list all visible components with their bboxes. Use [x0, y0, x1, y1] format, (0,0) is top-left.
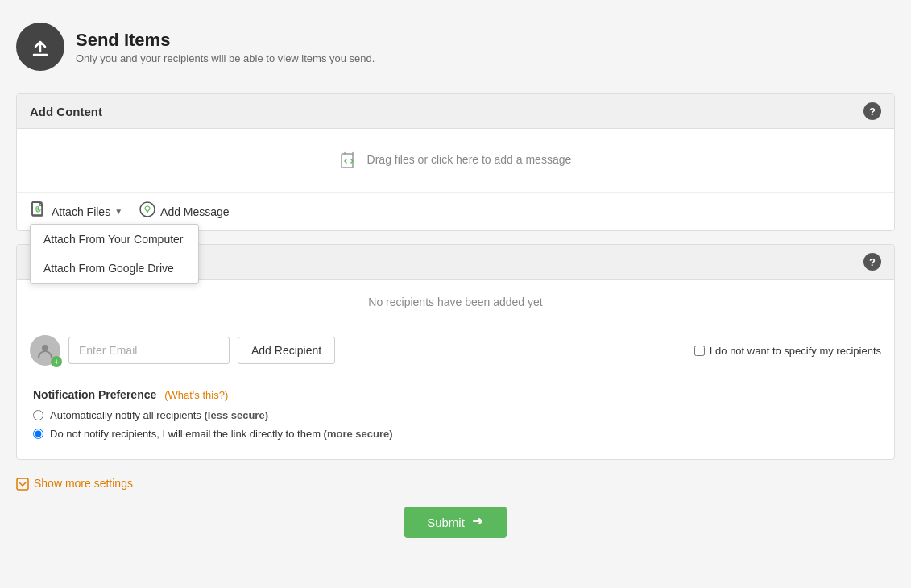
add-message-icon [139, 201, 156, 222]
page-subtitle: Only you and your recipients will be abl… [76, 52, 375, 64]
submit-button[interactable]: Submit [404, 507, 507, 538]
notify-none-row: Do not notify recipients, I will email t… [33, 428, 878, 440]
submit-arrow-icon [471, 515, 484, 530]
svg-point-2 [140, 202, 155, 217]
svg-rect-0 [342, 154, 353, 168]
recipient-avatar: + [30, 335, 60, 366]
svg-point-3 [147, 212, 148, 213]
attach-files-caret: ▼ [114, 207, 122, 216]
attach-files-wrap: Attach Files ▼ Attach From Your Computer… [30, 201, 122, 222]
drop-zone[interactable]: Drag files or click here to add a messag… [17, 129, 894, 193]
add-content-panel: Add Content ? Drag files or click here t… [16, 93, 895, 231]
notify-none-label[interactable]: Do not notify recipients, I will email t… [50, 428, 393, 440]
recipient-input-row: + Add Recipient I do not want to specify… [17, 325, 894, 375]
page-title-wrap: Send Items Only you and your recipients … [76, 30, 375, 64]
notify-none-radio[interactable] [33, 429, 43, 439]
no-specify-wrap: I do not want to specify my recipients [694, 345, 881, 357]
option2-security-note: (more secure) [324, 428, 393, 440]
attach-files-label: Attach Files [52, 205, 110, 218]
page-title: Send Items [76, 30, 375, 51]
drop-zone-icon [340, 151, 358, 169]
add-message-button[interactable]: Add Message [139, 201, 230, 222]
avatar-plus-icon: + [51, 356, 62, 367]
notify-auto-row: Automatically notify all recipients (les… [33, 409, 878, 421]
option1-security-note: (less secure) [204, 409, 268, 421]
upload-icon [16, 23, 64, 71]
no-recipients-message: No recipients have been added yet [17, 280, 894, 325]
add-content-help-icon[interactable]: ? [863, 102, 881, 120]
add-content-title: Add Content [30, 105, 102, 118]
page-header: Send Items Only you and your recipients … [16, 16, 895, 77]
show-more-icon [16, 476, 29, 490]
notify-auto-label[interactable]: Automatically notify all recipients (les… [50, 409, 268, 421]
attach-file-icon [30, 201, 48, 222]
show-more-wrap: Show more settings [16, 473, 895, 493]
email-input[interactable] [68, 337, 230, 364]
no-specify-label[interactable]: I do not want to specify my recipients [710, 345, 881, 357]
svg-rect-1 [32, 202, 42, 215]
toolbar-row: Attach Files ▼ Attach From Your Computer… [17, 193, 894, 230]
submit-row: Submit [16, 507, 895, 538]
notification-section: Notification Preference (What's this?) A… [17, 375, 894, 459]
attach-computer-item[interactable]: Attach From Your Computer [31, 225, 198, 254]
svg-point-4 [42, 345, 48, 351]
show-more-settings-link[interactable]: Show more settings [16, 476, 133, 490]
no-specify-checkbox[interactable] [694, 346, 705, 356]
add-recipient-button[interactable]: Add Recipient [238, 337, 335, 364]
add-message-label: Add Message [160, 205, 230, 218]
attach-files-button[interactable]: Attach Files ▼ [30, 201, 122, 222]
whats-this-link[interactable]: (What's this?) [164, 389, 228, 401]
add-content-header: Add Content ? [17, 94, 894, 129]
svg-rect-5 [17, 478, 28, 490]
notification-title: Notification Preference (What's this?) [33, 388, 878, 401]
drop-zone-text: Drag files or click here to add a messag… [367, 153, 572, 166]
attach-drive-item[interactable]: Attach From Google Drive [31, 254, 198, 283]
attach-dropdown-menu: Attach From Your Computer Attach From Go… [30, 224, 199, 284]
add-recipients-help-icon[interactable]: ? [863, 253, 881, 271]
notify-auto-radio[interactable] [33, 410, 43, 420]
